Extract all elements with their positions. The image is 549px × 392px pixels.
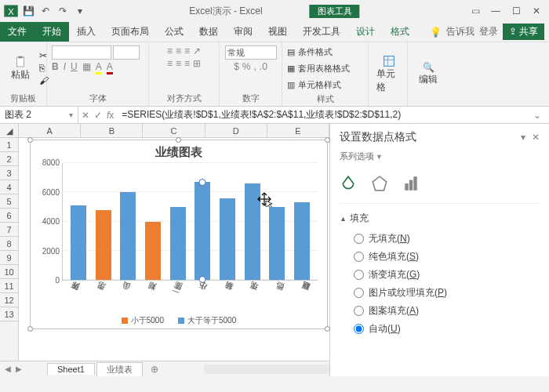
login-link[interactable]: 登录	[479, 25, 498, 38]
fill-solid-radio[interactable]: 纯色填充(S)	[354, 248, 540, 266]
tab-layout[interactable]: 页面布局	[104, 22, 157, 42]
chart-bar[interactable]	[195, 182, 210, 280]
chart-plot-area[interactable]: 02000400060008000	[62, 163, 318, 281]
row-header[interactable]: 12	[0, 293, 18, 307]
tab-view[interactable]: 视图	[260, 22, 295, 42]
chart-bar[interactable]	[220, 198, 235, 280]
merge-icon[interactable]: ⊞	[193, 58, 201, 69]
font-family-select[interactable]	[52, 45, 111, 60]
inc-dec-icon[interactable]: .0	[260, 61, 267, 72]
italic-icon[interactable]: I	[64, 61, 66, 74]
resize-handle[interactable]	[325, 326, 330, 332]
fill-picture-radio[interactable]: 图片或纹理填充(P)	[354, 284, 540, 302]
tell-me-text[interactable]: 告诉我	[446, 25, 474, 38]
col-header[interactable]: E	[267, 124, 329, 137]
fill-color-icon[interactable]: A	[96, 61, 102, 74]
sheet-nav-next-icon[interactable]: ▶	[16, 365, 22, 373]
align-left-icon[interactable]: ≡	[167, 58, 173, 69]
editing-button[interactable]: 🔍编辑	[413, 60, 444, 88]
row-header[interactable]: 11	[0, 279, 18, 293]
row-header[interactable]: 6	[0, 209, 18, 223]
tab-review[interactable]: 审阅	[226, 22, 260, 42]
resize-handle[interactable]	[27, 137, 33, 143]
tab-insert[interactable]: 插入	[69, 22, 104, 42]
tab-data[interactable]: 数据	[191, 22, 226, 42]
pane-subtitle[interactable]: 系列选项▼	[340, 147, 540, 170]
percent-icon[interactable]: %	[242, 61, 251, 72]
cancel-formula-icon[interactable]: ✕	[82, 110, 89, 121]
underline-icon[interactable]: U	[71, 61, 78, 74]
ribbon-options-icon[interactable]: ▭	[466, 3, 485, 19]
align-bot-icon[interactable]: ≡	[184, 45, 190, 56]
series-tab-icon[interactable]	[402, 175, 420, 192]
row-header[interactable]: 1	[0, 138, 18, 152]
chart-object[interactable]: 业绩图表 02000400060008000 陈芳评李思吴山郑斯陈一雯庄小小杨紫…	[30, 140, 328, 329]
col-header[interactable]: D	[205, 124, 267, 137]
tab-home[interactable]: 开始	[35, 22, 69, 42]
chart-bar[interactable]	[71, 205, 86, 280]
row-header[interactable]: 2	[0, 152, 18, 166]
legend-item[interactable]: 大于等于5000	[178, 315, 236, 326]
chart-bar[interactable]	[269, 207, 285, 280]
effects-tab-icon[interactable]	[371, 175, 388, 192]
chart-bar[interactable]	[120, 192, 136, 280]
maximize-icon[interactable]: ☐	[507, 3, 525, 19]
row-header[interactable]: 9	[0, 251, 18, 265]
col-header[interactable]: B	[81, 124, 143, 137]
expand-formula-icon[interactable]: ⌄	[530, 110, 544, 121]
chevron-down-icon[interactable]: ▾	[69, 111, 73, 119]
paste-button[interactable]: 粘贴	[5, 54, 36, 83]
tell-me-icon[interactable]: 💡	[430, 27, 442, 38]
tab-file[interactable]: 文件	[0, 22, 35, 42]
fill-auto-radio[interactable]: 自动(U)	[354, 320, 540, 338]
align-center-icon[interactable]: ≡	[176, 58, 181, 69]
fill-none-radio[interactable]: 无填充(N)	[354, 230, 540, 248]
row-header[interactable]: 7	[0, 223, 18, 237]
row-header[interactable]: 5	[0, 194, 18, 209]
row-header[interactable]: 3	[0, 166, 18, 180]
save-icon[interactable]: 💾	[20, 3, 36, 19]
align-top-icon[interactable]: ≡	[167, 45, 173, 56]
number-format-select[interactable]	[225, 45, 277, 60]
chart-bar[interactable]	[96, 210, 111, 280]
sheet-nav-prev-icon[interactable]: ◀	[5, 365, 11, 373]
fill-section-header[interactable]: ▲填充	[340, 204, 540, 230]
comma-icon[interactable]: ,	[254, 61, 256, 72]
bold-icon[interactable]: B	[52, 61, 59, 74]
share-button[interactable]: ⇪ 共享	[503, 24, 544, 40]
add-sheet-icon[interactable]: ⊕	[144, 364, 165, 375]
undo-icon[interactable]: ↶	[38, 3, 53, 19]
minimize-icon[interactable]: —	[486, 3, 505, 19]
chart-bar[interactable]	[294, 202, 310, 280]
tab-formula[interactable]: 公式	[157, 22, 191, 42]
row-header[interactable]: 13	[0, 307, 18, 321]
orient-icon[interactable]: ↗	[193, 45, 201, 56]
horizontal-scrollbar[interactable]	[204, 364, 329, 375]
chart-title[interactable]: 业绩图表	[31, 140, 327, 163]
redo-icon[interactable]: ↷	[55, 3, 71, 19]
table-format-button[interactable]: ▦套用表格格式	[287, 62, 363, 75]
row-header[interactable]: 10	[0, 265, 18, 279]
fill-line-tab-icon[interactable]	[340, 175, 357, 192]
close-icon[interactable]: ✕	[527, 3, 546, 19]
border-icon[interactable]: ▦	[82, 61, 91, 74]
resize-handle[interactable]	[27, 326, 33, 332]
cond-format-button[interactable]: ▤条件格式	[287, 45, 363, 59]
tab-design[interactable]: 设计	[348, 22, 383, 42]
legend-item[interactable]: 小于5000	[122, 315, 164, 326]
tab-dev[interactable]: 开发工具	[295, 22, 348, 42]
align-right-icon[interactable]: ≡	[184, 58, 190, 69]
chart-bar[interactable]	[145, 222, 161, 281]
name-box[interactable]: 图表 2▾	[0, 107, 78, 123]
tab-format[interactable]: 格式	[383, 22, 417, 42]
chart-legend[interactable]: 小于5000 大于等于5000	[31, 310, 327, 326]
select-all-corner[interactable]: ◢	[0, 124, 19, 137]
font-color-icon[interactable]: A	[107, 61, 113, 74]
cells-button[interactable]: 单元格	[373, 53, 405, 96]
fill-gradient-radio[interactable]: 渐变填充(G)	[354, 266, 540, 284]
cell-style-button[interactable]: ▥单元格样式	[287, 78, 363, 92]
row-header[interactable]: 4	[0, 180, 18, 194]
align-mid-icon[interactable]: ≡	[176, 45, 181, 56]
qat-more-icon[interactable]: ▾	[72, 3, 88, 19]
col-header[interactable]: C	[143, 124, 205, 137]
